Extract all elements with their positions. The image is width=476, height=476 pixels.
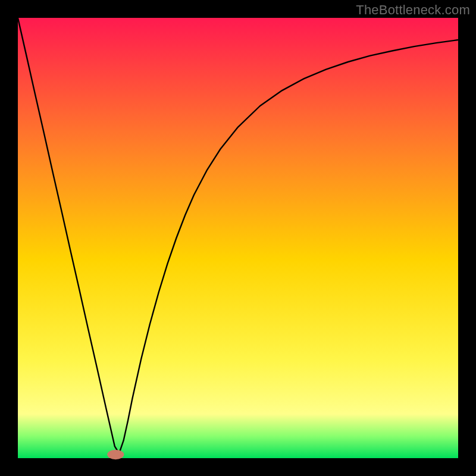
- optimum-marker: [107, 450, 124, 459]
- chart-frame: TheBottleneck.com: [0, 0, 476, 476]
- watermark-text: TheBottleneck.com: [356, 2, 470, 18]
- plot-background: [18, 18, 458, 458]
- bottleneck-chart: [0, 0, 476, 476]
